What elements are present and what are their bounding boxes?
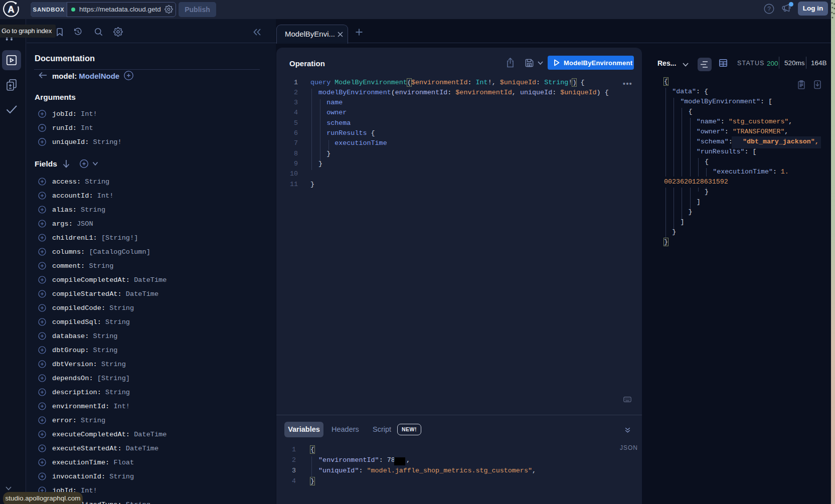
svg-text:A: A — [8, 5, 15, 15]
svg-text:?: ? — [767, 6, 771, 13]
